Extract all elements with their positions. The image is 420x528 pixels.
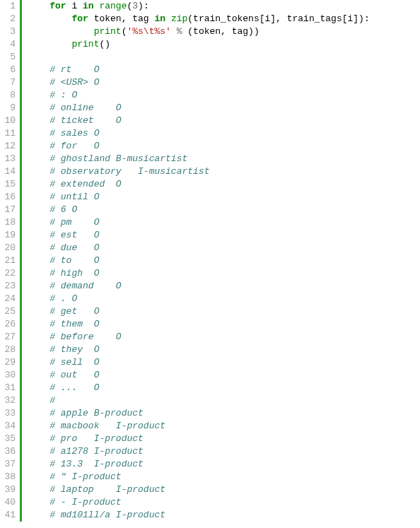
code-line: # demand O <box>28 280 420 293</box>
code-line: # : O <box>28 89 420 102</box>
line-number: 35 <box>0 433 16 445</box>
line-number: 33 <box>0 407 16 420</box>
code-line: # high O <box>28 267 420 280</box>
line-number: 3 <box>0 25 16 38</box>
line-number: 15 <box>0 178 16 191</box>
code-line <box>28 51 420 64</box>
line-number: 4 <box>0 38 16 51</box>
line-number: 41 <box>0 509 16 522</box>
line-number: 5 <box>0 51 16 64</box>
line-number: 14 <box>0 165 16 178</box>
line-number: 22 <box>0 267 16 280</box>
line-number: 20 <box>0 242 16 254</box>
line-number: 7 <box>0 76 16 89</box>
code-line: # ticket O <box>28 115 420 127</box>
line-number: 36 <box>0 445 16 458</box>
code-line: print('%s\t%s' % (token, tag)) <box>28 25 420 38</box>
line-number: 1 <box>0 0 16 13</box>
code-line: for i in range(3): <box>28 0 420 13</box>
code-line: # - I-product <box>28 496 420 509</box>
line-number: 6 <box>0 64 16 76</box>
line-number: 39 <box>0 483 16 496</box>
code-line: # due O <box>28 242 420 254</box>
code-line: # md101ll/a I-product <box>28 509 420 522</box>
code-line: # macbook I-product <box>28 420 420 433</box>
code-line: # ... O <box>28 382 420 394</box>
code-line: # observatory I-musicartist <box>28 165 420 178</box>
code-line: # laptop I-product <box>28 483 420 496</box>
line-number: 31 <box>0 382 16 394</box>
line-number: 18 <box>0 216 16 229</box>
code-line: # ghostland B-musicartist <box>28 153 420 165</box>
code-line: # them O <box>28 318 420 331</box>
code-line: # pro I-product <box>28 433 420 445</box>
line-number: 13 <box>0 153 16 165</box>
code-line: # 13.3 I-product <box>28 458 420 471</box>
line-number: 23 <box>0 280 16 293</box>
code-line: # sell O <box>28 356 420 369</box>
line-number: 25 <box>0 305 16 318</box>
code-line: # . O <box>28 293 420 305</box>
code-line: # apple B-product <box>28 407 420 420</box>
line-number-gutter: 1234567891011121314151617181920212223242… <box>0 0 20 522</box>
code-line: # <USR> O <box>28 76 420 89</box>
code-line: # est O <box>28 229 420 242</box>
line-number: 30 <box>0 369 16 382</box>
line-number: 34 <box>0 420 16 433</box>
line-number: 37 <box>0 458 16 471</box>
code-block: 1234567891011121314151617181920212223242… <box>0 0 420 522</box>
line-number: 17 <box>0 204 16 216</box>
line-number: 10 <box>0 115 16 127</box>
code-line: # " I-product <box>28 471 420 483</box>
line-number: 12 <box>0 140 16 153</box>
line-number: 2 <box>0 13 16 25</box>
line-number: 38 <box>0 471 16 483</box>
code-line: # 6 O <box>28 204 420 216</box>
line-number: 32 <box>0 394 16 407</box>
code-line: # until O <box>28 191 420 204</box>
line-number: 40 <box>0 496 16 509</box>
code-line: # for O <box>28 140 420 153</box>
code-line: # out O <box>28 369 420 382</box>
code-line: # online O <box>28 102 420 115</box>
code-line: # get O <box>28 305 420 318</box>
code-line: # they O <box>28 344 420 356</box>
code-line: # extended O <box>28 178 420 191</box>
line-number: 9 <box>0 102 16 115</box>
code-line: # sales O <box>28 127 420 140</box>
line-number: 16 <box>0 191 16 204</box>
code-line: # <box>28 394 420 407</box>
line-number: 24 <box>0 293 16 305</box>
line-number: 8 <box>0 89 16 102</box>
code-line: # before O <box>28 331 420 344</box>
line-number: 19 <box>0 229 16 242</box>
line-number: 28 <box>0 344 16 356</box>
code-line: print() <box>28 38 420 51</box>
line-number: 27 <box>0 331 16 344</box>
code-line: # pm O <box>28 216 420 229</box>
line-number: 29 <box>0 356 16 369</box>
code-line: # a1278 I-product <box>28 445 420 458</box>
line-number: 21 <box>0 254 16 267</box>
code-line: for token, tag in zip(train_tokens[i], t… <box>28 13 420 25</box>
line-number: 11 <box>0 127 16 140</box>
code-line: # rt O <box>28 64 420 76</box>
line-number: 26 <box>0 318 16 331</box>
code-content[interactable]: for i in range(3): for token, tag in zip… <box>22 0 420 522</box>
code-line: # to O <box>28 254 420 267</box>
